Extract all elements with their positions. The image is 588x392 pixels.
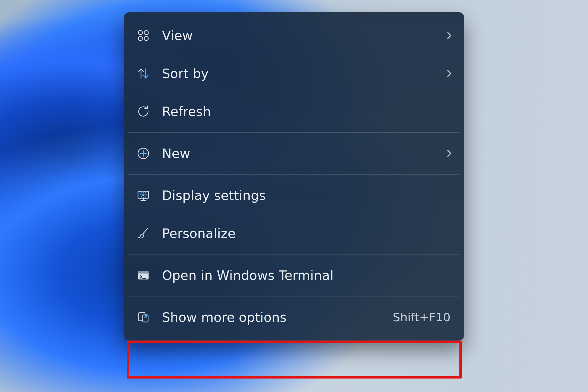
menu-item-personalize[interactable]: Personalize [124,214,464,252]
svg-rect-25 [143,315,148,322]
svg-line-18 [145,192,146,193]
grid-icon [136,28,150,43]
menu-item-show-more-options[interactable]: Show more options Shift+F10 [124,298,464,336]
menu-separator [128,174,460,175]
display-settings-icon [136,188,150,202]
expand-icon [136,310,150,324]
desktop-context-menu: View Sort by Refresh [124,12,464,341]
svg-line-19 [141,197,141,197]
svg-line-20 [145,197,146,197]
menu-separator [128,132,460,133]
sort-icon [136,66,150,81]
terminal-icon [136,268,150,282]
svg-point-2 [138,36,142,40]
paintbrush-icon [136,226,150,240]
menu-item-refresh[interactable]: Refresh [124,92,464,130]
menu-item-sort-by[interactable]: Sort by [124,55,464,92]
menu-separator [128,296,460,296]
svg-point-3 [144,36,148,40]
svg-line-17 [141,192,141,193]
menu-item-view[interactable]: View [124,17,464,55]
menu-item-label: Display settings [162,188,454,203]
plus-circle-icon [136,146,150,160]
menu-item-shortcut: Shift+F10 [393,311,450,324]
menu-item-display-settings[interactable]: Display settings [124,176,464,214]
menu-item-label: Open in Windows Terminal [162,268,454,283]
menu-item-label: Refresh [162,104,454,119]
menu-item-label: View [162,28,433,43]
svg-rect-22 [138,271,149,274]
svg-point-0 [138,31,142,35]
svg-point-1 [144,31,148,35]
menu-item-label: Show more options [162,310,381,325]
menu-item-open-terminal[interactable]: Open in Windows Terminal [124,256,464,294]
menu-item-label: Sort by [162,66,433,81]
menu-separator [128,254,460,254]
chevron-right-icon [445,149,454,158]
refresh-icon [136,104,150,119]
svg-point-12 [142,194,145,196]
menu-item-label: Personalize [162,226,454,241]
chevron-right-icon [445,69,454,78]
menu-item-label: New [162,146,433,161]
menu-item-new[interactable]: New [124,134,464,172]
chevron-right-icon [445,31,454,40]
